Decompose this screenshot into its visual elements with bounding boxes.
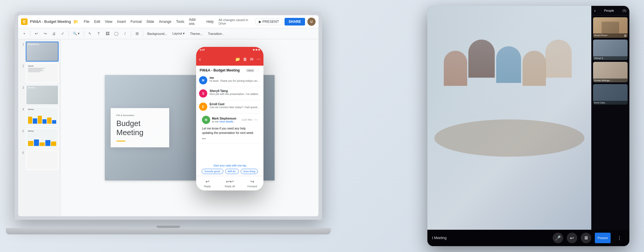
menu-arrange[interactable]: Arrange	[157, 19, 174, 25]
gmail-smart-reply: Start your reply with one tap Sounds goo…	[196, 162, 263, 176]
meeting-video-area	[427, 6, 591, 230]
menu-insert[interactable]: Insert	[115, 19, 128, 25]
video-button[interactable]: ↩	[567, 233, 577, 243]
archive-icon[interactable]: 📁	[235, 57, 240, 62]
gmail-toolbar: ‹ 📁 🗑 ✉ ⋯	[196, 53, 263, 66]
redo-button[interactable]: ↪	[41, 30, 49, 38]
avatar-erroll: E	[199, 103, 207, 111]
slide-thumb-3[interactable]: Reporting	[26, 85, 59, 105]
slide-thumbnail-1[interactable]: 1 Budget Meeting	[20, 42, 59, 62]
shape-button[interactable]: ◯	[112, 30, 120, 38]
forward-icon: ↪	[250, 179, 254, 184]
mute-button[interactable]: 🎤	[553, 233, 563, 243]
forward-button[interactable]: ↪ Forward	[241, 179, 263, 188]
menu-view[interactable]: View	[103, 19, 114, 25]
menu-addons[interactable]: Add-ons	[187, 17, 204, 27]
print-button[interactable]: 🖨	[50, 30, 58, 38]
undo-button[interactable]: ↩	[32, 30, 40, 38]
email-dots: •••	[202, 137, 258, 141]
delete-icon[interactable]: 🗑	[243, 57, 247, 62]
chip-sounds-good[interactable]: Sounds good.	[202, 169, 223, 174]
menu-file[interactable]: File	[82, 19, 91, 25]
toolbar-separator-4	[131, 31, 131, 37]
slide-thumb-2[interactable]: Agenda	[26, 63, 59, 83]
more-icon[interactable]: ⋯	[256, 57, 261, 62]
present-meeting-button[interactable]: Present	[595, 233, 611, 243]
reply-all-label: Reply all	[225, 185, 235, 188]
star-icon[interactable]: ☆	[256, 68, 260, 73]
sender-sheryll: Sheryll Taing	[210, 89, 261, 93]
laptop-notch	[157, 226, 180, 228]
slide-thumb-4[interactable]: Meeting	[26, 107, 59, 127]
slides-main[interactable]: PW & Associates BudgetMeeting	[61, 39, 318, 216]
reply-icon: ↩	[205, 179, 209, 184]
menu-format[interactable]: Format	[129, 19, 144, 25]
person-item-errol: Errol Cast...	[593, 84, 628, 105]
present-button[interactable]: ▶ PRESENT	[256, 18, 282, 25]
preview-erroll: Can we connect later today? I had questi…	[210, 106, 261, 109]
more-options-button[interactable]: ⋮	[614, 233, 625, 243]
cursor-button[interactable]: ↖	[86, 30, 94, 38]
meeting-background	[427, 6, 591, 230]
slide-thumb-5[interactable]: Meeting	[26, 128, 59, 148]
gmail-message-3[interactable]: E Erroll Cast Can we connect later today…	[199, 100, 261, 113]
scene: PW&A - Budget Meeting 📁 File Edit View I…	[15, 6, 629, 246]
slide-thumbnail-3[interactable]: 3 Reporting	[20, 85, 59, 105]
phone-time: 4:47	[200, 48, 205, 51]
reply-all-icon: ↩↩	[226, 179, 234, 184]
slide-thumbnail-4[interactable]: 4 Meeting	[20, 107, 59, 127]
background-dropdown[interactable]: Background...	[145, 31, 169, 37]
theme-dropdown[interactable]: Theme...	[188, 31, 205, 37]
zoom-dropdown[interactable]: 🔍 ▾	[71, 30, 82, 37]
gmail-email-content: PW&A - Budget Meeting Inbox ☆ M me Hi te…	[196, 66, 263, 190]
slides-app: PW&A - Budget Meeting 📁 File Edit View I…	[18, 15, 318, 216]
layout-dropdown[interactable]: Layout ▾	[170, 30, 187, 37]
person-item-sheryl: Sheryl S.	[593, 40, 628, 60]
message-more-icon[interactable]: ⋯	[254, 118, 258, 122]
slide-thumb-1[interactable]: Budget Meeting	[26, 42, 59, 62]
phone-body: 4:47 ‹ 📁 🗑 ✉ ⋯	[196, 47, 263, 190]
laptop-body: PW&A - Budget Meeting 📁 File Edit View I…	[15, 12, 322, 220]
menu-help[interactable]: Help	[204, 19, 216, 25]
gmail-message-1[interactable]: M me Hi team, Thank you for joining toda…	[199, 74, 261, 87]
people-back-icon[interactable]: ‹	[594, 8, 596, 13]
reply-all-button[interactable]: ↩↩ Reply all	[219, 179, 241, 188]
add-slide-button[interactable]: ⊞	[133, 30, 141, 38]
slide-thumbnail-2[interactable]: 2 Agenda	[20, 63, 59, 83]
menu-slide[interactable]: Slide	[144, 19, 156, 25]
tablet: ‹ People (5)	[427, 6, 629, 246]
slides-toolbar: + ↩ ↪ 🖨 ✓ 🔍 ▾ ↖ T 🖼	[18, 28, 318, 39]
view-details-link[interactable]: View details	[219, 120, 233, 123]
image-button[interactable]: 🖼	[104, 30, 111, 38]
slide-title: BudgetMeeting	[117, 119, 163, 137]
boardroom-icon: ⊞	[624, 34, 626, 37]
slide-thumbnail-5[interactable]: 5 Meeting	[20, 128, 59, 148]
add-button[interactable]: +	[20, 30, 28, 38]
slides-actions: ▶ PRESENT SHARE U	[256, 18, 316, 26]
share-button[interactable]: SHARE	[285, 18, 305, 25]
tablet-screen: ‹ People (5)	[427, 6, 629, 230]
avatar-sheryll: S	[199, 89, 207, 98]
slide-thumbnail-6[interactable]: 6	[20, 150, 59, 170]
chip-will-do[interactable]: Will do.	[225, 169, 239, 174]
screen-share-button[interactable]: 🖥	[581, 233, 591, 243]
menu-edit[interactable]: Edit	[92, 19, 102, 25]
sender-me: me	[210, 76, 261, 79]
gmail-message-2[interactable]: S Sheryll Taing Nice job with the presen…	[199, 87, 261, 100]
folder-icon: 📁	[73, 19, 78, 24]
message-time: 4:47 PM	[242, 118, 252, 121]
menu-tools[interactable]: Tools	[174, 19, 186, 25]
spell-button[interactable]: ✓	[59, 30, 66, 38]
transition-dropdown[interactable]: Transition .	[206, 31, 226, 37]
toolbar-separator-3	[84, 31, 84, 37]
back-button[interactable]: ‹	[199, 56, 201, 62]
slide-thumb-6[interactable]	[26, 150, 59, 170]
chip-sure-thing[interactable]: Sure thing	[241, 169, 258, 174]
text-button[interactable]: T	[95, 30, 102, 38]
line-button[interactable]: /	[121, 30, 129, 38]
email-icon[interactable]: ✉	[250, 57, 254, 62]
gmail-chips: Sounds good. Will do. Sure thing	[199, 169, 261, 174]
gmail-toolbar-icons: 📁 🗑 ✉ ⋯	[235, 57, 261, 62]
reply-button[interactable]: ↩ Reply	[196, 179, 219, 188]
person-name-errol: Errol Cast...	[593, 101, 628, 105]
